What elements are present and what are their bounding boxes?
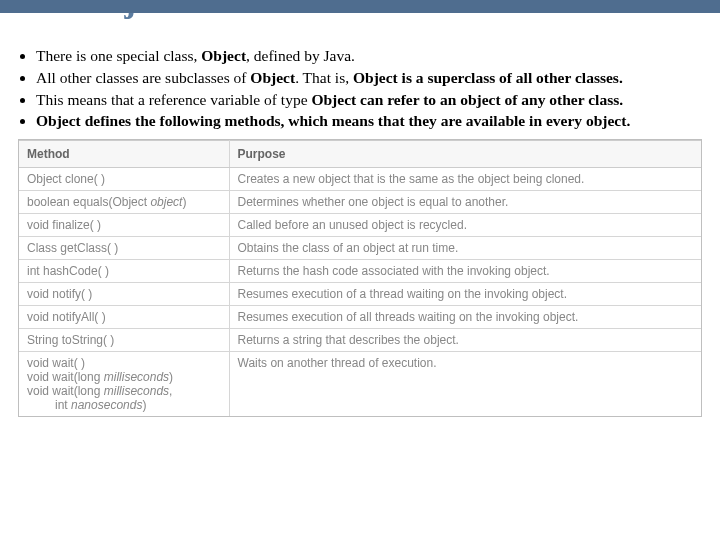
bullet-1: There is one special class, Object, defi… xyxy=(36,46,702,66)
text: void wait(long xyxy=(27,384,104,398)
col-purpose: Purpose xyxy=(229,141,701,168)
cell-purpose: Called before an unused object is recycl… xyxy=(229,214,701,237)
cell-method: void finalize( ) xyxy=(19,214,229,237)
bold-text: Object xyxy=(250,69,295,86)
text: ) xyxy=(182,195,186,209)
table-header-row: Method Purpose xyxy=(19,141,701,168)
table-row: void finalize( ) Called before an unused… xyxy=(19,214,701,237)
cell-purpose: Resumes execution of a thread waiting on… xyxy=(229,283,701,306)
bullet-2: All other classes are subclasses of Obje… xyxy=(36,68,702,88)
table-row: Object clone( ) Creates a new object tha… xyxy=(19,168,701,191)
text: ) xyxy=(169,370,173,384)
text: ) xyxy=(142,398,146,412)
cell-purpose: Resumes execution of all threads waiting… xyxy=(229,306,701,329)
cell-method: Object clone( ) xyxy=(19,168,229,191)
cell-purpose: Returns a string that describes the obje… xyxy=(229,329,701,352)
cell-method: void notify( ) xyxy=(19,283,229,306)
cell-purpose: Obtains the class of an object at run ti… xyxy=(229,237,701,260)
text: , xyxy=(169,384,172,398)
table-row: boolean equals(Object object) Determines… xyxy=(19,191,701,214)
cell-method: void wait( ) void wait(long milliseconds… xyxy=(19,352,229,417)
table-row: void notifyAll( ) Resumes execution of a… xyxy=(19,306,701,329)
text: . That is, xyxy=(295,69,353,86)
bullet-3: This means that a reference variable of … xyxy=(36,90,702,110)
text: int xyxy=(55,398,71,412)
methods-table: Method Purpose Object clone( ) Creates a… xyxy=(18,139,702,417)
indent: int nanoseconds) xyxy=(27,398,146,412)
title-bar xyxy=(0,0,720,13)
cell-purpose: Creates a new object that is the same as… xyxy=(229,168,701,191)
title-region: The Object Class xyxy=(18,0,702,42)
param: object xyxy=(150,195,182,209)
param: milliseconds xyxy=(104,370,169,384)
text: , defined by Java. xyxy=(246,47,355,64)
text: void wait(long xyxy=(27,370,104,384)
text: boolean equals(Object xyxy=(27,195,150,209)
text: This means that a reference variable of … xyxy=(36,91,311,108)
bold-text: Object xyxy=(201,47,246,64)
table-row: void notify( ) Resumes execution of a th… xyxy=(19,283,701,306)
param: nanoseconds xyxy=(71,398,142,412)
slide: The Object Class There is one special cl… xyxy=(0,0,720,540)
bold-text: Object is a superclass of all other clas… xyxy=(353,69,623,86)
bold-text: Object defines the following methods, wh… xyxy=(36,112,630,129)
text: void wait( ) xyxy=(27,356,85,370)
bold-text: Object can refer to an object of any oth… xyxy=(311,91,623,108)
cell-method: String toString( ) xyxy=(19,329,229,352)
cell-purpose: Returns the hash code associated with th… xyxy=(229,260,701,283)
col-method: Method xyxy=(19,141,229,168)
cell-method: void notifyAll( ) xyxy=(19,306,229,329)
table-row: Class getClass( ) Obtains the class of a… xyxy=(19,237,701,260)
text: All other classes are subclasses of xyxy=(36,69,250,86)
param: milliseconds xyxy=(104,384,169,398)
cell-method: Class getClass( ) xyxy=(19,237,229,260)
table-row: void wait( ) void wait(long milliseconds… xyxy=(19,352,701,417)
cell-purpose: Waits on another thread of execution. xyxy=(229,352,701,417)
cell-purpose: Determines whether one object is equal t… xyxy=(229,191,701,214)
bullet-list: There is one special class, Object, defi… xyxy=(18,46,702,131)
text: There is one special class, xyxy=(36,47,201,64)
cell-method: int hashCode( ) xyxy=(19,260,229,283)
table-row: int hashCode( ) Returns the hash code as… xyxy=(19,260,701,283)
bullet-4: Object defines the following methods, wh… xyxy=(36,111,702,131)
table-row: String toString( ) Returns a string that… xyxy=(19,329,701,352)
cell-method: boolean equals(Object object) xyxy=(19,191,229,214)
